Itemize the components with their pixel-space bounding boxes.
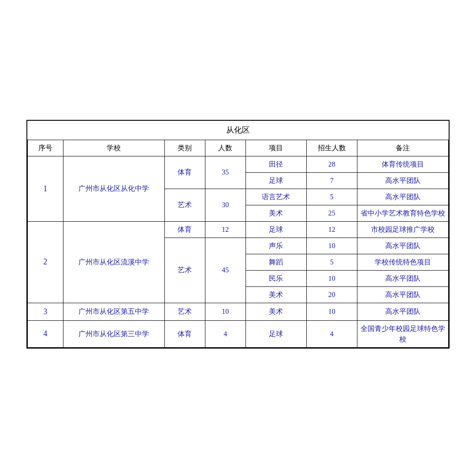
project-note: 高水平团队 <box>357 286 448 303</box>
project-note: 高水平团队 <box>357 303 448 320</box>
row-id: 1 <box>28 156 63 221</box>
school-name: 广州市从化区从化中学 <box>63 156 164 221</box>
entry-count: 10 <box>205 303 245 320</box>
entry-count: 12 <box>205 221 245 238</box>
school-name: 广州市从化区第五中学 <box>63 303 164 320</box>
entry-type: 体育 <box>164 156 205 189</box>
project-note: 学校传统特色项目 <box>357 254 448 270</box>
entry-count: 45 <box>205 238 245 303</box>
project-name: 民乐 <box>245 270 306 286</box>
project-num: 10 <box>306 238 357 254</box>
project-note: 全国青少年校园足球特色学校 <box>357 320 448 347</box>
entry-count: 35 <box>205 156 245 189</box>
project-note: 体育传统项目 <box>357 156 448 172</box>
project-note: 高水平团队 <box>357 270 448 286</box>
table-row: 2广州市从化区流溪中学体育12足球12市校园足球推广学校 <box>28 221 449 238</box>
entry-count: 4 <box>205 320 245 347</box>
project-num: 20 <box>306 286 357 303</box>
project-num: 10 <box>306 270 357 286</box>
table-row: 1广州市从化区从化中学体育35田径28体育传统项目 <box>28 156 449 172</box>
project-num: 4 <box>306 320 357 347</box>
project-num: 28 <box>306 156 357 172</box>
header-6: 备注 <box>357 140 448 156</box>
project-name: 语言艺术 <box>245 189 306 205</box>
project-note: 市校园足球推广学校 <box>357 221 448 238</box>
entry-type: 体育 <box>164 320 205 347</box>
table-row: 4广州市从化区第三中学体育4足球4全国青少年校园足球特色学校 <box>28 320 449 347</box>
project-num: 10 <box>306 303 357 320</box>
project-note: 高水平团队 <box>357 238 448 254</box>
project-name: 足球 <box>245 172 306 189</box>
project-name: 美术 <box>245 286 306 303</box>
project-num: 7 <box>306 172 357 189</box>
project-name: 足球 <box>245 221 306 238</box>
project-name: 声乐 <box>245 238 306 254</box>
project-note: 高水平团队 <box>357 172 448 189</box>
row-id: 4 <box>28 320 63 347</box>
project-name: 美术 <box>245 205 306 221</box>
entry-type: 体育 <box>164 221 205 238</box>
project-num: 25 <box>306 205 357 221</box>
main-table: 从化区序号学校类别人数项目招生人数备注1广州市从化区从化中学体育35田径28体育… <box>27 121 449 348</box>
header-1: 学校 <box>63 140 164 156</box>
header-3: 人数 <box>205 140 245 156</box>
project-num: 12 <box>306 221 357 238</box>
table-wrapper: 从化区序号学校类别人数项目招生人数备注1广州市从化区从化中学体育35田径28体育… <box>26 120 450 349</box>
header-0: 序号 <box>28 140 63 156</box>
header-2: 类别 <box>164 140 205 156</box>
table-row: 3广州市从化区第五中学艺术10美术10高水平团队 <box>28 303 449 320</box>
project-name: 美术 <box>245 303 306 320</box>
project-name: 田径 <box>245 156 306 172</box>
entry-count: 30 <box>205 189 245 221</box>
project-name: 舞蹈 <box>245 254 306 270</box>
project-note: 高水平团队 <box>357 189 448 205</box>
entry-type: 艺术 <box>164 189 205 221</box>
header-4: 项目 <box>245 140 306 156</box>
project-note: 省中小学艺术教育特色学校 <box>357 205 448 221</box>
entry-type: 艺术 <box>164 238 205 303</box>
project-num: 5 <box>306 254 357 270</box>
entry-type: 艺术 <box>164 303 205 320</box>
school-name: 广州市从化区第三中学 <box>63 320 164 347</box>
school-name: 广州市从化区流溪中学 <box>63 221 164 303</box>
row-id: 2 <box>28 221 63 303</box>
header-5: 招生人数 <box>306 140 357 156</box>
row-id: 3 <box>28 303 63 320</box>
project-num: 5 <box>306 189 357 205</box>
table-title: 从化区 <box>28 121 449 140</box>
project-name: 足球 <box>245 320 306 347</box>
